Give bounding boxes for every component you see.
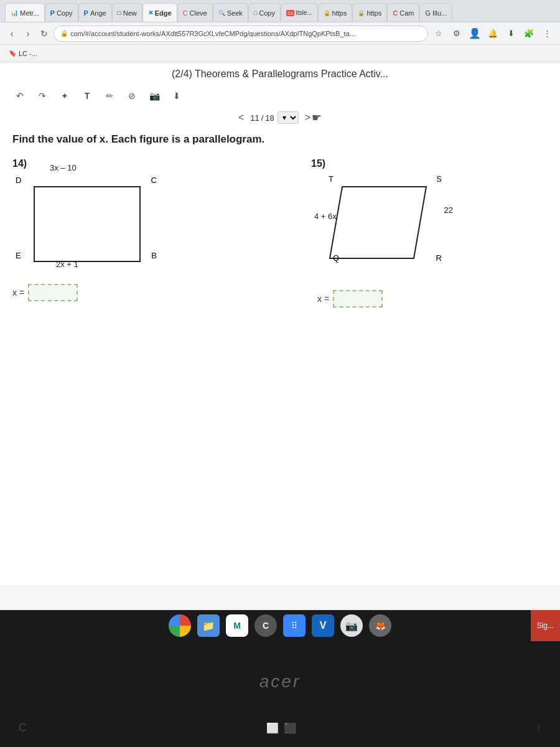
bottom-center-btn2[interactable]: ⬛ — [284, 722, 296, 734]
refresh-button[interactable]: ↻ — [37, 27, 51, 40]
vertex-d: D — [16, 176, 21, 185]
bookmarks-bar: 🔖 LC -... — [0, 45, 560, 62]
tab-cleve[interactable]: C Cleve — [177, 3, 213, 22]
tab-https2[interactable]: 🔒 https — [352, 3, 387, 22]
tab-ange[interactable]: P Ange — [78, 3, 112, 22]
address-bar-row: ‹ › ↻ 🔒 com/#/account/student-works/AXdt… — [0, 22, 560, 45]
tab-metr[interactable]: 📊 Metr... — [5, 3, 45, 22]
notification-icon[interactable]: 🔔 — [485, 26, 501, 42]
problem-14-num: 14) — [12, 158, 249, 169]
browser-screen: 📊 Metr... P Copy P Ange □ New ✕ Edge C C… — [0, 0, 560, 610]
tool-row: ↶ ↷ ✦ T ✏ ⊘ 📷 ⬇ — [12, 86, 548, 106]
address-bar[interactable]: 🔒 com/#/account/student-works/AXdtt557R3… — [54, 26, 428, 42]
label-2x1: 2x + 1 — [56, 260, 78, 269]
vertex-e: E — [16, 251, 21, 260]
extra-icon[interactable]: 🦊 — [369, 614, 391, 637]
vertex-q: Q — [333, 253, 339, 263]
tab-illu[interactable]: G Illu... — [419, 3, 452, 22]
vertex-b: B — [151, 251, 157, 260]
answer-box-15[interactable] — [333, 290, 383, 308]
bottom-center-btn1[interactable]: ⬜ — [266, 722, 279, 734]
parallelogram-15-svg — [317, 174, 442, 280]
settings-icon[interactable]: ⚙ — [449, 26, 465, 42]
taskbar: 📁 M C ⠿ V 📷 🦊 Sig... — [0, 610, 560, 641]
camera-icon[interactable]: 📷 — [340, 614, 363, 637]
vertex-c: C — [151, 176, 157, 185]
sign-out-button[interactable]: Sig... — [531, 610, 560, 641]
answer-row-14: x = — [12, 284, 249, 301]
problem-15: 15) T S Q R 4 + 6x 22 — [311, 158, 548, 308]
bookmark-lc[interactable]: 🔖 LC -... — [5, 48, 40, 59]
undo-icon[interactable]: ↶ — [12, 88, 27, 103]
lock-icon: 🔒 — [60, 30, 68, 37]
pencil-icon[interactable]: ✏ — [102, 88, 117, 103]
bottom-center: ⬜ ⬛ — [266, 721, 296, 735]
bookmark-favicon: 🔖 — [8, 49, 17, 58]
forward-button[interactable]: › — [21, 27, 35, 40]
star-icon[interactable]: ☆ — [431, 26, 447, 42]
bottom-controls: C ⬜ ⬛ ↑ — [0, 721, 560, 735]
problems-row: 14) 3x – 10 D C E B — [12, 158, 548, 308]
eraser-icon[interactable]: ⊘ — [124, 88, 139, 103]
menu-icon[interactable]: ⋮ — [539, 26, 555, 42]
bottom-right-btn[interactable]: ↑ — [536, 721, 541, 735]
label-22: 22 — [444, 205, 453, 215]
answer-label-15: x = — [317, 294, 329, 304]
label-3x10: 3x – 10 — [50, 163, 77, 172]
label-4p6x: 4 + 6x — [314, 212, 337, 221]
v-app-icon[interactable]: V — [312, 614, 334, 637]
tab-cam[interactable]: C Cam — [387, 3, 419, 22]
problem-15-num: 15) — [311, 158, 548, 169]
svg-rect-0 — [34, 187, 140, 261]
page-select[interactable]: ▾ — [278, 111, 299, 124]
tab-new[interactable]: □ New — [112, 3, 142, 22]
chromebook-icon[interactable]: C — [254, 614, 277, 637]
tab-itsle[interactable]: Its itsle... — [281, 3, 318, 22]
tab-https1[interactable]: 🔒 https — [318, 3, 353, 22]
vertex-s: S — [436, 174, 442, 184]
parallelogram-14-svg — [25, 174, 149, 274]
download-icon[interactable]: ⬇ — [503, 26, 519, 42]
download-tool-icon[interactable]: ⬇ — [169, 88, 184, 103]
tab-seek[interactable]: 🔍 Seek — [213, 3, 248, 22]
profile-icon[interactable]: 👤 — [467, 26, 483, 42]
page-title: (2/4) Theorems & Parallelograms Practice… — [12, 68, 548, 80]
problem-14: 14) 3x – 10 D C E B — [12, 158, 249, 301]
tab-bar: 📊 Metr... P Copy P Ange □ New ✕ Edge C C… — [0, 0, 560, 22]
chrome-icon[interactable] — [169, 614, 191, 637]
acer-logo: acer — [259, 672, 301, 692]
page-content: (2/4) Theorems & Parallelograms Practice… — [0, 62, 560, 585]
answer-label-14: x = — [12, 288, 24, 298]
files-icon[interactable]: 📁 — [197, 614, 220, 637]
extension-icon[interactable]: 🧩 — [521, 26, 537, 42]
figure-15: T S Q R 4 + 6x 22 — [311, 174, 548, 280]
camera-tool-icon[interactable]: 📷 — [147, 88, 162, 103]
question-text: Find the value of x. Each figure is a pa… — [12, 133, 548, 146]
next-page-button[interactable]: > ☛ — [305, 111, 322, 125]
shape-14: 3x – 10 D C E B 2x + 1 — [25, 174, 149, 274]
dots-icon[interactable]: ⠿ — [283, 614, 306, 637]
tab-copy2[interactable]: □ Copy — [248, 3, 281, 22]
vertex-r: R — [436, 253, 442, 263]
star-tool-icon[interactable]: ✦ — [57, 88, 72, 103]
tab-copy1[interactable]: P Copy — [45, 3, 78, 22]
address-text: com/#/account/student-works/AXdtt557R3Gc… — [70, 30, 355, 37]
redo-icon[interactable]: ↷ — [35, 88, 50, 103]
bottom-left-btn[interactable]: C — [19, 721, 27, 735]
answer-row-15: x = — [317, 290, 548, 308]
shape-15: T S Q R 4 + 6x 22 — [317, 174, 442, 280]
browser-toolbar-icons: ☆ ⚙ 👤 🔔 ⬇ 🧩 ⋮ — [431, 26, 555, 42]
vertex-t: T — [329, 174, 334, 184]
page-number: 11/18 ▾ — [250, 111, 299, 124]
svg-marker-1 — [330, 187, 426, 258]
meet-icon[interactable]: M — [226, 614, 248, 637]
back-button[interactable]: ‹ — [5, 27, 19, 40]
answer-box-14[interactable] — [28, 284, 78, 301]
nav-control: < 11/18 ▾ > ☛ — [12, 111, 548, 125]
text-tool-icon[interactable]: T — [80, 88, 95, 103]
prev-page-button[interactable]: < — [238, 112, 244, 123]
figure-14: 3x – 10 D C E B 2x + 1 — [12, 174, 249, 274]
tab-edge[interactable]: ✕ Edge — [142, 3, 177, 22]
